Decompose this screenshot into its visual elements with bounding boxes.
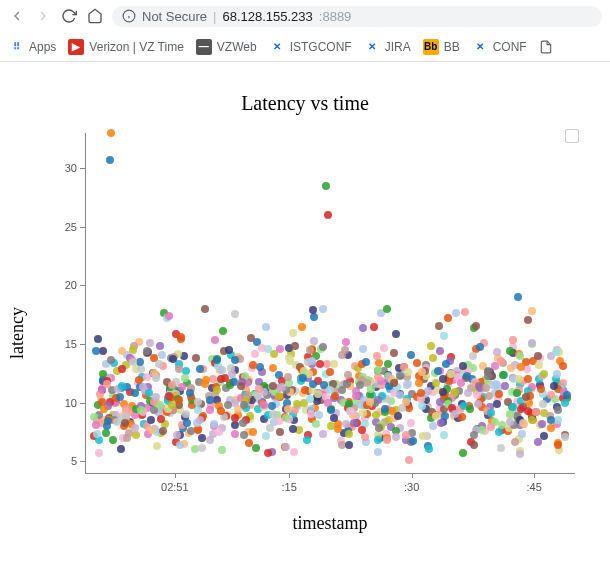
data-point (310, 337, 318, 345)
bookmark-item[interactable]: BbBB (423, 39, 460, 55)
data-point (384, 360, 392, 368)
data-point (175, 365, 183, 373)
bookmark-item[interactable]: ▶Verizon | VZ Time (68, 39, 183, 55)
bookmark-icon: ⠿ (8, 39, 24, 55)
data-point (463, 372, 471, 380)
x-tick-mark (175, 473, 176, 478)
data-point (182, 410, 190, 418)
data-point (210, 420, 218, 428)
data-point (381, 405, 389, 413)
forward-button[interactable] (34, 7, 52, 25)
data-point (90, 413, 98, 421)
addr-divider: | (213, 9, 216, 24)
data-point (472, 322, 480, 330)
bookmark-icon: ✕ (472, 39, 488, 55)
data-point (324, 211, 332, 219)
data-point (383, 305, 391, 313)
bookmark-item[interactable]: —VZWeb (196, 39, 257, 55)
data-point (316, 360, 324, 368)
data-point (563, 391, 571, 399)
bookmark-item[interactable]: ✕CONF (472, 39, 527, 55)
data-point (374, 448, 382, 456)
x-tick-label: :45 (527, 481, 542, 493)
reload-button[interactable] (60, 7, 78, 25)
x-tick-mark (289, 473, 290, 478)
data-point (143, 373, 151, 381)
data-point (147, 416, 155, 424)
data-point (131, 424, 139, 432)
data-point (290, 448, 298, 456)
data-point (427, 342, 435, 350)
y-axis-label: latency (7, 307, 28, 359)
data-point (186, 389, 194, 397)
data-point (417, 395, 425, 403)
browser-nav-bar: Not Secure | 68.128.155.233:8889 (0, 0, 610, 32)
y-tick-label: 20 (65, 279, 77, 291)
data-point (470, 441, 478, 449)
data-point (93, 430, 101, 438)
data-point (159, 427, 167, 435)
data-point (528, 339, 536, 347)
bookmark-item[interactable]: ✕JIRA (364, 39, 411, 55)
data-point (402, 398, 410, 406)
data-point (254, 392, 262, 400)
data-point (269, 382, 277, 390)
data-point (217, 375, 225, 383)
bookmark-overflow[interactable] (539, 40, 553, 54)
data-point (169, 355, 177, 363)
scatter-plot[interactable] (85, 133, 575, 473)
data-point (298, 323, 306, 331)
data-point (509, 336, 517, 344)
address-bar[interactable]: Not Secure | 68.128.155.233:8889 (112, 6, 602, 27)
data-point (374, 436, 382, 444)
data-point (520, 420, 528, 428)
back-button[interactable] (8, 7, 26, 25)
data-point (407, 351, 415, 359)
data-point (331, 392, 339, 400)
data-point (181, 374, 189, 382)
data-point (495, 390, 503, 398)
data-point (306, 395, 314, 403)
data-point (417, 389, 425, 397)
data-point (436, 347, 444, 355)
data-point (231, 356, 239, 364)
data-point (330, 414, 338, 422)
data-point (129, 358, 137, 366)
data-point (209, 375, 217, 383)
data-point (425, 445, 433, 453)
data-point (358, 426, 366, 434)
data-point (194, 398, 202, 406)
bookmark-label: Apps (29, 40, 56, 54)
data-point (367, 385, 375, 393)
data-point (457, 379, 465, 387)
home-button[interactable] (86, 7, 104, 25)
data-point (537, 385, 545, 393)
data-point (482, 384, 490, 392)
data-point (447, 370, 455, 378)
data-point (550, 382, 558, 390)
x-axis: 02:51:15:30:45 (85, 473, 575, 513)
data-point (158, 351, 166, 359)
x-tick-label: 02:51 (161, 481, 189, 493)
data-point (177, 333, 185, 341)
data-point (350, 419, 358, 427)
chart-title: Latency vs time (10, 92, 600, 115)
data-point (260, 401, 268, 409)
data-point (434, 367, 442, 375)
data-point (435, 322, 443, 330)
data-point (219, 327, 227, 335)
data-point (217, 407, 225, 415)
data-point (451, 388, 459, 396)
data-point (291, 342, 299, 350)
bookmark-icon: ✕ (364, 39, 380, 55)
security-label: Not Secure (142, 9, 207, 24)
bookmark-item[interactable]: ✕ISTGCONF (269, 39, 352, 55)
data-point (206, 406, 214, 414)
bookmark-item[interactable]: ⠿Apps (8, 39, 56, 55)
data-point (439, 388, 447, 396)
chart-container: Latency vs time 51015202530 02:51:15:30:… (0, 62, 610, 553)
bookmark-icon: — (196, 39, 212, 55)
data-point (103, 422, 111, 430)
data-point (284, 373, 292, 381)
data-point (528, 307, 536, 315)
